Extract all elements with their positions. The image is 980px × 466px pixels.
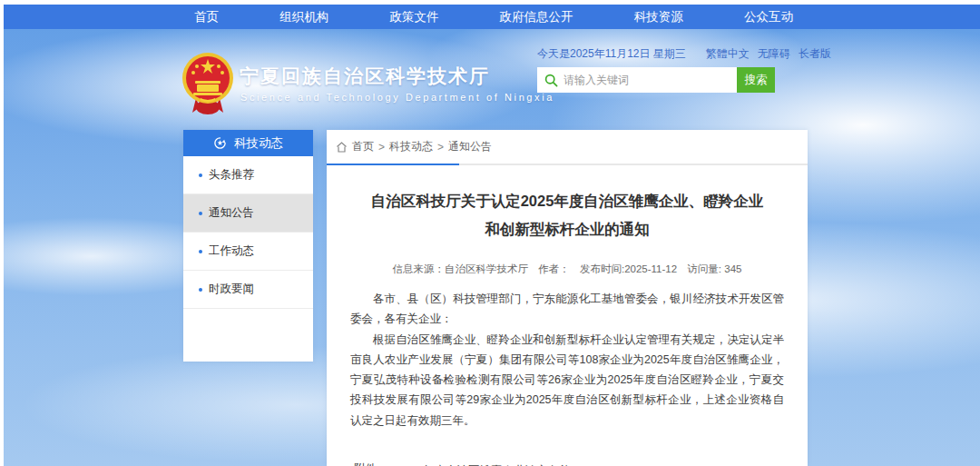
nav-item-resources[interactable]: 科技资源 <box>634 9 683 25</box>
utility-bar: 今天是2025年11月12日 星期三 繁體中文 无障碍 长者版 <box>537 46 795 62</box>
search-button[interactable]: 搜索 <box>737 67 775 93</box>
breadcrumb-home[interactable]: 首页 <box>352 139 374 154</box>
article-title-line2: 和创新型标杆企业的通知 <box>327 215 808 243</box>
sidebar: 科技动态 头条推荐 通知公告 工作动态 时政要闻 <box>183 130 313 362</box>
breadcrumb-divider <box>327 164 808 165</box>
search-input[interactable] <box>564 74 730 86</box>
attachments-label: 附件： <box>354 461 388 466</box>
meta-source: 信息来源：自治区科学技术厅 <box>393 263 529 274</box>
article-body: 各市、县（区）科技管理部门，宁东能源化工基地管委会，银川经济技术开发区管委会，各… <box>327 276 808 431</box>
article-meta: 信息来源：自治区科学技术厅 作者： 发布时间:2025-11-12 访问量: 3… <box>327 263 808 276</box>
link-elder-version[interactable]: 长者版 <box>799 46 831 62</box>
article-title-line1: 自治区科技厅关于认定2025年度自治区雏鹰企业、瞪羚企业 <box>327 187 808 215</box>
main-panel: 首页 > 科技动态 > 通知公告 自治区科技厅关于认定2025年度自治区雏鹰企业… <box>327 130 808 466</box>
date-text: 今天是2025年11月12日 星期三 <box>537 46 686 62</box>
sidebar-item-notices[interactable]: 通知公告 <box>183 194 313 233</box>
breadcrumb-notices[interactable]: 通知公告 <box>448 139 492 154</box>
article-paragraph: 各市、县（区）科技管理部门，宁东能源化工基地管委会，银川经济技术开发区管委会，各… <box>350 289 784 330</box>
sidebar-item-label: 头条推荐 <box>209 167 254 183</box>
attachment-link-1[interactable]: 1.2025年度自治区雏鹰企业认定名单 <box>388 461 604 466</box>
link-accessibility[interactable]: 无障碍 <box>758 46 790 62</box>
breadcrumb-tech-trends[interactable]: 科技动态 <box>389 139 433 154</box>
site-subtitle: Science and Technology Department of Nin… <box>240 92 554 103</box>
sidebar-item-label: 工作动态 <box>209 243 254 259</box>
sidebar-header: 科技动态 <box>183 130 313 156</box>
page: 首页 组织机构 政策文件 政府信息公开 科技资源 公众互动 宁夏回族自治区科学技… <box>0 0 980 466</box>
sidebar-title: 科技动态 <box>234 135 283 152</box>
meta-publish-date: 发布时间:2025-11-12 <box>580 263 677 274</box>
bullet-dot-icon <box>199 250 202 253</box>
nav-item-gov-info[interactable]: 政府信息公开 <box>500 9 573 25</box>
bullet-dot-icon <box>199 212 202 215</box>
article-paragraph: 根据自治区雏鹰企业、瞪羚企业和创新型标杆企业认定管理有关规定，决定认定半亩良人农… <box>350 330 784 431</box>
nav-item-interaction[interactable]: 公众互动 <box>744 9 793 25</box>
sidebar-item-label: 时政要闻 <box>209 282 254 297</box>
sidebar-item-current-affairs[interactable]: 时政要闻 <box>183 271 313 309</box>
breadcrumb-separator: > <box>437 141 444 154</box>
breadcrumb-separator: > <box>378 141 385 154</box>
search-icon <box>544 74 558 87</box>
breadcrumb: 首页 > 科技动态 > 通知公告 <box>327 130 808 162</box>
nav-item-organization[interactable]: 组织机构 <box>279 9 328 25</box>
link-traditional-chinese[interactable]: 繁體中文 <box>706 46 750 62</box>
sidebar-item-headlines[interactable]: 头条推荐 <box>183 156 313 194</box>
star-circle-icon <box>213 136 227 150</box>
attachments: 附件： 1.2025年度自治区雏鹰企业认定名单 2.2025年度自治区瞪羚企业认… <box>327 431 808 466</box>
search-bar: 搜索 <box>537 67 775 93</box>
bullet-dot-icon <box>199 288 202 292</box>
meta-author: 作者： <box>538 263 570 274</box>
sidebar-item-label: 通知公告 <box>209 205 254 221</box>
meta-visits: 访问量: 345 <box>687 263 741 274</box>
top-nav: 首页 组织机构 政策文件 政府信息公开 科技资源 公众互动 <box>4 5 980 29</box>
national-emblem-logo <box>181 51 234 116</box>
nav-item-policy[interactable]: 政策文件 <box>389 9 438 25</box>
bullet-dot-icon <box>199 174 202 177</box>
home-icon <box>336 142 348 153</box>
sidebar-item-work-trends[interactable]: 工作动态 <box>183 233 313 271</box>
nav-item-home[interactable]: 首页 <box>194 9 219 25</box>
site-title: 宁夏回族自治区科学技术厅 <box>240 64 490 89</box>
article-title: 自治区科技厅关于认定2025年度自治区雏鹰企业、瞪羚企业 和创新型标杆企业的通知 <box>327 187 808 243</box>
